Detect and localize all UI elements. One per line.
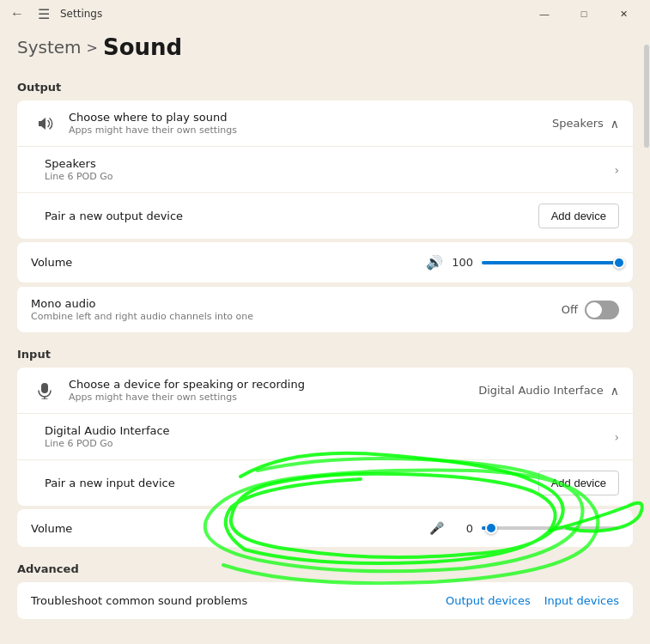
mono-audio-subtitle: Combine left and right audio channels in… — [31, 311, 562, 322]
speaker-icon — [31, 115, 58, 132]
troubleshoot-output-link[interactable]: Output devices — [446, 594, 531, 607]
input-add-device-button[interactable]: Add device — [538, 471, 619, 495]
window-title: Settings — [60, 8, 102, 20]
output-choose-device-title: Choose where to play sound — [69, 111, 552, 124]
input-volume-controls: 🎤 0 — [429, 521, 619, 535]
input-pair-device-label: Pair a new input device — [45, 477, 538, 489]
output-volume-controls: 🔊 100 — [426, 254, 619, 270]
mono-audio-card: Mono audio Combine left and right audio … — [17, 286, 633, 332]
input-digital-audio-text: Digital Audio Interface Line 6 POD Go — [45, 424, 614, 449]
input-pair-device-row: Pair a new input device Add device — [17, 460, 633, 506]
input-pair-device-right: Add device — [538, 471, 619, 495]
output-speakers-subtitle: Line 6 POD Go — [45, 171, 614, 182]
output-speakers-row[interactable]: Speakers Line 6 POD Go › — [17, 147, 633, 193]
troubleshoot-row: Troubleshoot common sound problems Outpu… — [17, 582, 633, 619]
output-speakers-title: Speakers — [45, 157, 614, 170]
output-volume-row: Volume 🔊 100 — [17, 242, 633, 283]
output-current-device: Speakers — [552, 117, 604, 130]
title-bar-left: ← ☰ Settings — [7, 3, 102, 26]
close-button[interactable]: ✕ — [604, 0, 643, 27]
mono-audio-text: Mono audio Combine left and right audio … — [31, 297, 562, 322]
input-digital-audio-right: › — [614, 430, 619, 444]
output-choose-device-right: Speakers ∧ — [552, 117, 619, 131]
input-section-label: Input — [17, 348, 633, 361]
input-choose-device-text: Choose a device for speaking or recordin… — [69, 378, 478, 403]
input-volume-value: 0 — [453, 522, 473, 535]
window-controls: — □ ✕ — [525, 0, 643, 27]
input-choose-device-title: Choose a device for speaking or recordin… — [69, 378, 478, 391]
back-button[interactable]: ← — [7, 3, 27, 25]
minimize-button[interactable]: — — [525, 0, 564, 27]
output-choose-chevron-up-icon: ∧ — [611, 117, 619, 131]
svg-rect-0 — [41, 383, 48, 393]
output-volume-icon: 🔊 — [426, 254, 443, 270]
mono-audio-toggle[interactable] — [585, 301, 619, 319]
output-choose-device-row[interactable]: Choose where to play sound Apps might ha… — [17, 100, 633, 147]
output-speakers-right: › — [614, 163, 619, 177]
mono-audio-toggle-thumb — [586, 302, 602, 318]
mono-audio-toggle-label: Off — [562, 303, 578, 316]
hamburger-button[interactable]: ☰ — [34, 3, 53, 26]
advanced-section-label: Advanced — [17, 562, 633, 575]
output-volume-slider[interactable] — [482, 257, 619, 269]
breadcrumb-current: Sound — [103, 34, 182, 60]
output-section-label: Output — [17, 81, 633, 94]
output-add-device-button[interactable]: Add device — [538, 204, 619, 228]
scrollbar-thumb[interactable] — [644, 45, 649, 148]
output-speakers-chevron-icon: › — [614, 163, 619, 177]
output-pair-device-right: Add device — [538, 204, 619, 228]
output-pair-device-label: Pair a new output device — [45, 210, 538, 222]
scrollbar-track[interactable] — [643, 27, 650, 644]
input-digital-audio-row[interactable]: Digital Audio Interface Line 6 POD Go › — [17, 414, 633, 460]
output-volume-value: 100 — [452, 256, 473, 269]
mono-audio-row: Mono audio Combine left and right audio … — [17, 286, 633, 332]
mono-audio-title: Mono audio — [31, 297, 562, 310]
troubleshoot-links: Output devices Input devices — [446, 594, 619, 607]
title-bar: ← ☰ Settings — □ ✕ — [0, 0, 650, 27]
output-choose-device-subtitle: Apps might have their own settings — [69, 125, 552, 136]
output-speakers-text: Speakers Line 6 POD Go — [45, 157, 614, 182]
output-volume-label: Volume — [31, 256, 426, 269]
input-volume-icon: 🎤 — [429, 521, 444, 535]
output-pair-device-row: Pair a new output device Add device — [17, 193, 633, 239]
troubleshoot-label: Troubleshoot common sound problems — [31, 594, 446, 607]
input-pair-device-text: Pair a new input device — [45, 477, 538, 489]
breadcrumb: System > Sound — [17, 34, 633, 60]
input-current-device: Digital Audio Interface — [478, 384, 604, 397]
input-choose-device-row[interactable]: Choose a device for speaking or recordin… — [17, 368, 633, 414]
breadcrumb-system[interactable]: System — [17, 37, 82, 58]
breadcrumb-separator: > — [87, 39, 98, 56]
microphone-icon — [31, 382, 58, 399]
troubleshoot-input-link[interactable]: Input devices — [544, 594, 619, 607]
input-digital-audio-subtitle: Line 6 POD Go — [45, 438, 614, 449]
input-digital-audio-chevron-icon: › — [614, 430, 619, 444]
input-digital-audio-title: Digital Audio Interface — [45, 424, 614, 437]
input-choose-device-subtitle: Apps might have their own settings — [69, 392, 478, 403]
main-content: System > Sound Output Choose where to pl… — [0, 27, 650, 644]
maximize-button[interactable]: □ — [564, 0, 604, 27]
input-choose-device-right: Digital Audio Interface ∧ — [478, 384, 619, 398]
output-choose-device-text: Choose where to play sound Apps might ha… — [69, 111, 552, 136]
input-volume-row: Volume 🎤 0 — [17, 509, 633, 547]
input-volume-label: Volume — [31, 522, 429, 535]
input-volume-slider[interactable] — [482, 522, 619, 534]
input-choose-chevron-up-icon: ∧ — [611, 384, 619, 398]
mono-audio-toggle-container: Off — [562, 301, 619, 319]
input-card: Choose a device for speaking or recordin… — [17, 368, 633, 506]
output-card: Choose where to play sound Apps might ha… — [17, 100, 633, 239]
output-pair-device-text: Pair a new output device — [45, 210, 538, 222]
